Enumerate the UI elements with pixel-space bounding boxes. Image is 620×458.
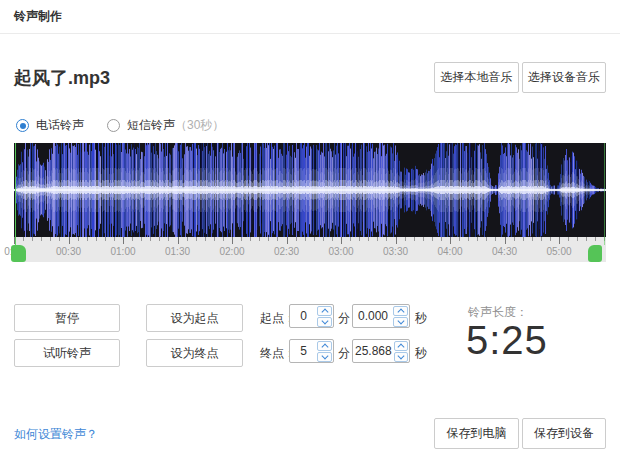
timeline-label: 03:30 bbox=[383, 246, 408, 257]
timeline-minor-tick bbox=[223, 237, 224, 241]
timeline-minor-tick bbox=[541, 237, 542, 241]
timeline-minor-tick bbox=[577, 237, 578, 241]
timeline-minor-tick bbox=[386, 237, 387, 241]
timeline-minor-tick bbox=[259, 237, 260, 241]
start-seconds-field[interactable]: 0.000 bbox=[352, 304, 410, 328]
timeline-minor-tick bbox=[423, 237, 424, 241]
timeline-minor-tick bbox=[314, 237, 315, 241]
end-seconds-field[interactable]: 25.868 bbox=[352, 339, 410, 363]
timeline-minor-tick bbox=[96, 237, 97, 241]
timeline-minor-tick bbox=[368, 237, 369, 241]
selection-end-handle[interactable] bbox=[588, 245, 602, 262]
save-to-computer-button[interactable]: 保存到电脑 bbox=[434, 418, 519, 449]
ringtone-length-value: 5:25 bbox=[466, 318, 548, 363]
set-start-button[interactable]: 设为起点 bbox=[146, 304, 243, 332]
how-to-set-ringtone-link[interactable]: 如何设置铃声？ bbox=[14, 426, 98, 443]
timeline-label: 01:30 bbox=[165, 246, 190, 257]
end-minutes-increment-icon[interactable] bbox=[317, 341, 332, 351]
end-minutes-field[interactable]: 5 bbox=[289, 339, 334, 363]
timeline-minor-tick bbox=[250, 237, 251, 241]
timeline-minor-tick bbox=[87, 237, 88, 241]
save-to-device-button[interactable]: 保存到设备 bbox=[522, 418, 606, 449]
timeline-label: 03:00 bbox=[328, 246, 353, 257]
timeline-minor-tick bbox=[41, 237, 42, 241]
timeline-minor-tick bbox=[532, 237, 533, 241]
timeline-minor-tick bbox=[241, 237, 242, 241]
selection-start-line bbox=[15, 143, 16, 245]
end-seconds-decrement-icon[interactable] bbox=[394, 352, 408, 362]
timeline-label: 00:30 bbox=[56, 246, 81, 257]
timeline-major-tick bbox=[559, 237, 560, 244]
start-second-unit: 秒 bbox=[415, 310, 427, 327]
timeline-minor-tick bbox=[150, 237, 151, 241]
timeline-minor-tick bbox=[196, 237, 197, 241]
timeline-minor-tick bbox=[459, 237, 460, 241]
end-second-unit: 秒 bbox=[415, 345, 427, 362]
timeline-minor-tick bbox=[59, 237, 60, 241]
timeline-major-tick bbox=[450, 237, 451, 244]
radio-phone-ringtone[interactable]: 电话铃声 bbox=[16, 117, 84, 134]
timeline-major-tick bbox=[123, 237, 124, 244]
timeline-minor-tick bbox=[332, 237, 333, 241]
end-minutes-decrement-icon[interactable] bbox=[317, 352, 332, 362]
timeline-label: 05:00 bbox=[546, 246, 571, 257]
timeline[interactable]: 0:0000:3001:0001:3002:0002:3003:0003:300… bbox=[14, 237, 606, 262]
timeline-minor-tick bbox=[514, 237, 515, 241]
page-title: 铃声制作 bbox=[14, 8, 62, 25]
start-minutes-value[interactable]: 0 bbox=[290, 305, 317, 327]
start-minutes-increment-icon[interactable] bbox=[317, 306, 332, 316]
radio-sms-ringtone[interactable]: 短信铃声（30秒） bbox=[107, 117, 224, 134]
timeline-minor-tick bbox=[277, 237, 278, 241]
set-end-button[interactable]: 设为终点 bbox=[146, 339, 243, 367]
start-minutes-decrement-icon[interactable] bbox=[317, 317, 332, 327]
timeline-minor-tick bbox=[268, 237, 269, 241]
pause-button[interactable]: 暂停 bbox=[14, 304, 120, 332]
timeline-label: 04:30 bbox=[492, 246, 517, 257]
timeline-minor-tick bbox=[78, 237, 79, 241]
select-local-music-button[interactable]: 选择本地音乐 bbox=[434, 62, 519, 93]
radio-unselected-icon[interactable] bbox=[107, 119, 120, 132]
timeline-minor-tick bbox=[495, 237, 496, 241]
end-minutes-value[interactable]: 5 bbox=[290, 340, 317, 362]
select-device-music-button[interactable]: 选择设备音乐 bbox=[522, 62, 606, 93]
timeline-minor-tick bbox=[523, 237, 524, 241]
timeline-major-tick bbox=[341, 237, 342, 244]
end-seconds-increment-icon[interactable] bbox=[394, 341, 408, 351]
timeline-minor-tick bbox=[214, 237, 215, 241]
end-minute-unit: 分 bbox=[338, 345, 350, 362]
header-divider bbox=[0, 33, 620, 34]
start-seconds-value[interactable]: 0.000 bbox=[353, 305, 393, 327]
timeline-label: 01:00 bbox=[110, 246, 135, 257]
timeline-major-tick bbox=[69, 237, 70, 244]
timeline-minor-tick bbox=[305, 237, 306, 241]
timeline-minor-tick bbox=[105, 237, 106, 241]
waveform-canvas[interactable] bbox=[14, 143, 606, 237]
selection-start-handle[interactable] bbox=[11, 245, 26, 262]
timeline-minor-tick bbox=[132, 237, 133, 241]
waveform-panel[interactable] bbox=[14, 143, 606, 237]
timeline-minor-tick bbox=[205, 237, 206, 241]
timeline-minor-tick bbox=[168, 237, 169, 241]
selection-end-line bbox=[604, 143, 605, 245]
ringtone-maker-window: 铃声制作 起风了.mp3 选择本地音乐 选择设备音乐 电话铃声 短信铃声（30秒… bbox=[0, 0, 620, 458]
radio-selected-icon[interactable] bbox=[16, 119, 29, 132]
timeline-minor-tick bbox=[405, 237, 406, 241]
preview-ringtone-button[interactable]: 试听铃声 bbox=[14, 339, 120, 367]
start-minutes-field[interactable]: 0 bbox=[289, 304, 334, 328]
end-seconds-value[interactable]: 25.868 bbox=[353, 340, 394, 362]
radio-sms-label: 短信铃声 bbox=[127, 117, 175, 134]
timeline-minor-tick bbox=[114, 237, 115, 241]
song-title: 起风了.mp3 bbox=[14, 66, 110, 90]
timeline-minor-tick bbox=[586, 237, 587, 241]
start-seconds-increment-icon[interactable] bbox=[393, 306, 408, 316]
start-minute-unit: 分 bbox=[338, 310, 350, 327]
timeline-minor-tick bbox=[187, 237, 188, 241]
start-seconds-decrement-icon[interactable] bbox=[393, 317, 408, 327]
timeline-major-tick bbox=[505, 237, 506, 244]
timeline-minor-tick bbox=[323, 237, 324, 241]
timeline-minor-tick bbox=[477, 237, 478, 241]
timeline-label: 04:00 bbox=[437, 246, 462, 257]
timeline-minor-tick bbox=[32, 237, 33, 241]
timeline-minor-tick bbox=[432, 237, 433, 241]
timeline-major-tick bbox=[396, 237, 397, 244]
